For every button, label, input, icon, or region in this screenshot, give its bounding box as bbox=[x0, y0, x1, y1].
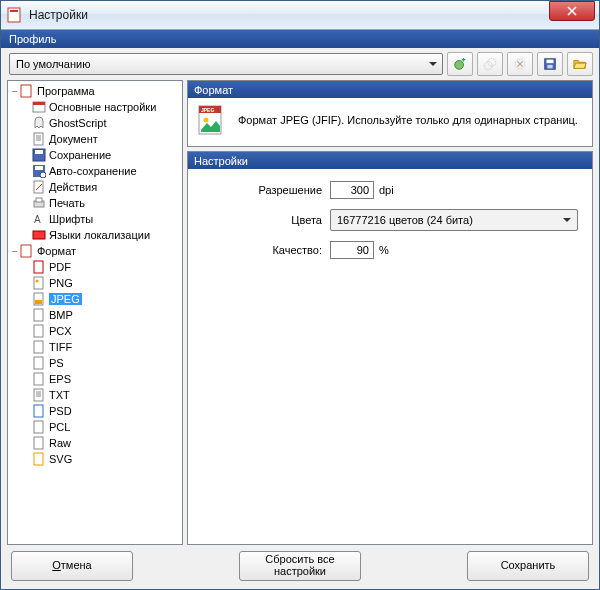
collapse-icon[interactable]: − bbox=[10, 246, 20, 257]
profile-header-label: Профиль bbox=[9, 33, 57, 45]
tree-label: Авто-сохранение bbox=[49, 165, 137, 177]
tree-label: PDF bbox=[49, 261, 71, 273]
tree-node[interactable]: PCX bbox=[8, 323, 182, 339]
svg-rect-9 bbox=[21, 85, 31, 97]
save-button[interactable]: Сохранить bbox=[467, 551, 589, 581]
tree-label: SVG bbox=[49, 453, 72, 465]
titlebar: Настройки bbox=[1, 1, 599, 30]
tree-label: EPS bbox=[49, 373, 71, 385]
settings-panel: Настройки Разрешение dpi Цвета 16777216 … bbox=[187, 151, 593, 545]
tree-label: Программа bbox=[37, 85, 95, 97]
quality-unit: % bbox=[379, 244, 389, 256]
file-icon bbox=[32, 324, 46, 338]
format-icon bbox=[20, 244, 34, 258]
svg-rect-29 bbox=[34, 309, 43, 321]
tree-node[interactable]: Основные настройки bbox=[8, 99, 182, 115]
copy-profile-button[interactable] bbox=[477, 52, 503, 76]
tree-node[interactable]: Печать bbox=[8, 195, 182, 211]
tree-node[interactable]: Документ bbox=[8, 131, 182, 147]
svg-rect-11 bbox=[33, 102, 45, 105]
delete-profile-button[interactable] bbox=[507, 52, 533, 76]
jpeg-icon: JPEG bbox=[196, 104, 228, 136]
tree-label: JPEG bbox=[49, 293, 82, 305]
app-icon bbox=[7, 7, 23, 23]
svg-rect-35 bbox=[34, 405, 43, 417]
tree-label: Основные настройки bbox=[49, 101, 156, 113]
tree-label: Документ bbox=[49, 133, 98, 145]
tree-label: BMP bbox=[49, 309, 73, 321]
file-icon bbox=[32, 436, 46, 450]
reset-button[interactable]: Сбросить все настройки bbox=[239, 551, 361, 581]
svg-rect-23 bbox=[21, 245, 31, 257]
tree-node[interactable]: PSD bbox=[8, 403, 182, 419]
tree-label: Raw bbox=[49, 437, 71, 449]
svg-point-2 bbox=[455, 61, 464, 70]
profile-select[interactable]: По умолчанию bbox=[9, 53, 443, 75]
tree-node[interactable]: PNG bbox=[8, 275, 182, 291]
settings-panel-header: Настройки bbox=[188, 152, 592, 169]
tree-label: GhostScript bbox=[49, 117, 106, 129]
tree-node-selected[interactable]: JPEG bbox=[8, 291, 182, 307]
window-title: Настройки bbox=[29, 8, 549, 22]
svg-rect-28 bbox=[35, 300, 42, 304]
tree-node[interactable]: Действия bbox=[8, 179, 182, 195]
tree-node[interactable]: Авто-сохранение bbox=[8, 163, 182, 179]
format-panel-header: Формат bbox=[188, 81, 592, 98]
settings-tree[interactable]: − Программа Основные настройки GhostScri… bbox=[7, 80, 183, 545]
tree-label: PCL bbox=[49, 421, 70, 433]
svg-rect-34 bbox=[34, 389, 43, 401]
cancel-button[interactable]: Отмена bbox=[11, 551, 133, 581]
open-profile-button[interactable] bbox=[567, 52, 593, 76]
tree-node-format[interactable]: − Формат bbox=[8, 243, 182, 259]
collapse-icon[interactable]: − bbox=[10, 86, 20, 97]
svg-rect-22 bbox=[33, 231, 45, 239]
file-icon bbox=[32, 404, 46, 418]
action-icon bbox=[32, 180, 46, 194]
tree-node[interactable]: EPS bbox=[8, 371, 182, 387]
tree-node[interactable]: BMP bbox=[8, 307, 182, 323]
svg-point-42 bbox=[204, 118, 209, 123]
colors-label: Цвета bbox=[202, 214, 330, 226]
profile-row: По умолчанию bbox=[1, 48, 599, 80]
tree-node[interactable]: PDF bbox=[8, 259, 182, 275]
tree-node[interactable]: TXT bbox=[8, 387, 182, 403]
tree-node[interactable]: PCL bbox=[8, 419, 182, 435]
svg-rect-33 bbox=[34, 373, 43, 385]
tree-node[interactable]: Языки локализации bbox=[8, 227, 182, 243]
tree-node[interactable]: TIFF bbox=[8, 339, 182, 355]
file-icon bbox=[32, 276, 46, 290]
tree-label: PCX bbox=[49, 325, 72, 337]
svg-rect-38 bbox=[34, 453, 43, 465]
file-icon bbox=[32, 452, 46, 466]
resolution-label: Разрешение bbox=[202, 184, 330, 196]
colors-value: 16777216 цветов (24 бита) bbox=[337, 214, 473, 226]
file-icon bbox=[32, 420, 46, 434]
resolution-row: Разрешение dpi bbox=[202, 181, 578, 199]
ghost-icon bbox=[32, 116, 46, 130]
tree-node[interactable]: PS bbox=[8, 355, 182, 371]
quality-input[interactable] bbox=[330, 241, 374, 259]
close-button[interactable] bbox=[549, 1, 595, 21]
resolution-input[interactable] bbox=[330, 181, 374, 199]
print-icon bbox=[32, 196, 46, 210]
document-icon bbox=[32, 132, 46, 146]
svg-point-17 bbox=[40, 172, 46, 178]
language-icon bbox=[32, 228, 46, 242]
tree-node[interactable]: SVG bbox=[8, 451, 182, 467]
tree-node[interactable]: Сохранение bbox=[8, 147, 182, 163]
colors-select[interactable]: 16777216 цветов (24 бита) bbox=[330, 209, 578, 231]
svg-text:A: A bbox=[34, 214, 41, 225]
tree-node[interactable]: Raw bbox=[8, 435, 182, 451]
tree-label: Языки локализации bbox=[49, 229, 150, 241]
settings-icon bbox=[32, 100, 46, 114]
save-profile-button[interactable] bbox=[537, 52, 563, 76]
tree-node[interactable]: AШрифты bbox=[8, 211, 182, 227]
program-icon bbox=[20, 84, 34, 98]
tree-label: TXT bbox=[49, 389, 70, 401]
svg-text:JPEG: JPEG bbox=[201, 107, 214, 113]
tree-node[interactable]: GhostScript bbox=[8, 115, 182, 131]
add-profile-button[interactable] bbox=[447, 52, 473, 76]
svg-rect-24 bbox=[34, 261, 43, 273]
colors-row: Цвета 16777216 цветов (24 бита) bbox=[202, 209, 578, 231]
tree-node-program[interactable]: − Программа bbox=[8, 83, 182, 99]
